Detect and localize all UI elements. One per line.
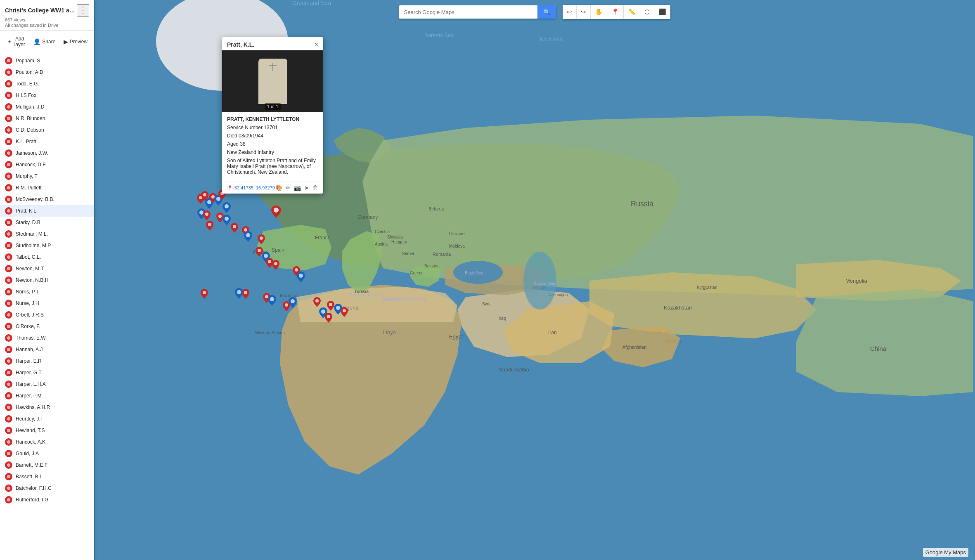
layer-item[interactable]: Studholme, M.P.: [0, 240, 94, 251]
popup-actions: 🎨 ✏ 📷 ➤ 🗑: [275, 184, 318, 191]
layer-item[interactable]: Thomas, E.W: [0, 332, 94, 344]
select-tool-button[interactable]: ✋: [591, 5, 607, 19]
more-options-button[interactable]: ⋮: [77, 4, 89, 17]
layer-name: Stedman, M.L.: [16, 231, 48, 237]
add-layer-button[interactable]: ＋ Add layer: [3, 34, 28, 50]
layer-name: Hewland, T.S: [16, 428, 45, 433]
popup-delete-button[interactable]: 🗑: [312, 184, 318, 191]
marker-12[interactable]: [206, 221, 214, 231]
layer-item[interactable]: McSweeney, B.B.: [0, 194, 94, 205]
layer-item[interactable]: Jameson, J.W.: [0, 147, 94, 159]
layer-item[interactable]: Murphy, T: [0, 170, 94, 182]
layer-item[interactable]: Orbell, J.R.S: [0, 309, 94, 321]
sidebar-title-row: Christ's College WW1 and WW2 S... ⋮: [5, 4, 89, 17]
svg-text:Iran: Iran: [548, 330, 557, 336]
layer-dot: [5, 207, 12, 215]
popup-image: 1 of 1: [222, 50, 323, 112]
measure-button[interactable]: ⬛: [654, 5, 670, 19]
layer-item[interactable]: O'Rorke, F.: [0, 321, 94, 332]
marker-22[interactable]: [296, 272, 305, 282]
marker-33[interactable]: [313, 297, 321, 307]
svg-text:Hungary: Hungary: [391, 240, 407, 244]
layer-item[interactable]: Nurse, J.H: [0, 298, 94, 309]
svg-point-68: [264, 254, 268, 258]
popup-photo-button[interactable]: 📷: [294, 184, 301, 191]
popup-directions-button[interactable]: ➤: [304, 184, 309, 191]
layer-item[interactable]: H.I.S Fox: [0, 90, 94, 101]
layer-item[interactable]: Newton, M.T: [0, 263, 94, 274]
layer-dot: [5, 276, 12, 284]
popup-close-button[interactable]: ×: [315, 41, 318, 48]
svg-text:Austria: Austria: [375, 242, 388, 246]
layer-item[interactable]: Hancock, A.K: [0, 436, 94, 448]
layer-item[interactable]: Popham, S: [0, 55, 94, 66]
svg-text:Iraq: Iraq: [499, 316, 506, 321]
undo-button[interactable]: ↩: [563, 5, 577, 19]
layer-item[interactable]: Pratt, K.L.: [0, 205, 94, 217]
layer-item[interactable]: Hawkins, A.H.R: [0, 402, 94, 413]
layer-item[interactable]: Mulligan, J.D: [0, 101, 94, 113]
map-background[interactable]: Greenland Sea Barents Sea Kara Sea Icela…: [94, 0, 975, 560]
marker-20[interactable]: [272, 260, 280, 270]
layer-item[interactable]: Batchelor, F.H.C: [0, 482, 94, 494]
layer-item[interactable]: Newton, N.B.H: [0, 274, 94, 286]
search-button[interactable]: 🔍: [537, 5, 556, 19]
layer-item[interactable]: Harper, E.R: [0, 355, 94, 367]
active-marker[interactable]: [271, 206, 282, 218]
layer-item[interactable]: N.R. Blunden: [0, 113, 94, 124]
layer-dot: [5, 438, 12, 446]
layer-item[interactable]: Harper, P.M: [0, 390, 94, 402]
share-button[interactable]: 👤 Share: [30, 36, 59, 47]
layer-name: Orbell, J.R.S: [16, 312, 44, 318]
draw-line-button[interactable]: 📏: [624, 5, 640, 19]
layer-item[interactable]: R.M. Puflett: [0, 182, 94, 194]
layer-item[interactable]: C.D. Dobson: [0, 124, 94, 136]
popup-died: Died 08/09/1944: [227, 133, 318, 139]
layer-item[interactable]: Poulton, A.D: [0, 66, 94, 78]
layer-item[interactable]: Hewland, T.S: [0, 425, 94, 436]
layer-item[interactable]: Bassett, B.I: [0, 471, 94, 482]
layer-item[interactable]: Barnett, M.E.F: [0, 459, 94, 471]
draw-shape-button[interactable]: ⬡: [640, 5, 654, 19]
layer-item[interactable]: Harper, L.H.A: [0, 378, 94, 390]
marker-32[interactable]: [340, 307, 348, 317]
layer-item[interactable]: Heurtley, J.T: [0, 413, 94, 425]
marker-23[interactable]: [200, 289, 208, 299]
marker-29[interactable]: [288, 297, 297, 308]
layer-dot: [5, 380, 12, 388]
layer-item[interactable]: Rutherford, I.G: [0, 494, 94, 506]
layer-item[interactable]: K.L. Pratt: [0, 136, 94, 147]
svg-point-70: [274, 262, 277, 265]
marker-7[interactable]: [222, 202, 231, 213]
marker-15[interactable]: [244, 231, 253, 242]
layer-item[interactable]: Stedman, M.L.: [0, 228, 94, 240]
layer-item[interactable]: Norris, P.T: [0, 286, 94, 298]
layer-item[interactable]: Hannah, A.J: [0, 344, 94, 355]
layer-item[interactable]: Starky, D.B.: [0, 217, 94, 228]
layer-item[interactable]: Todd, E.G.: [0, 78, 94, 90]
layer-dot: [5, 311, 12, 319]
share-label: Share: [42, 39, 55, 45]
popup-edit-button[interactable]: ✏: [286, 184, 291, 191]
marker-35[interactable]: [324, 313, 333, 323]
marker-11[interactable]: [222, 215, 231, 225]
marker-27[interactable]: [267, 295, 277, 306]
marker-13[interactable]: [230, 223, 239, 233]
layer-item[interactable]: Hancock, D.F.: [0, 159, 94, 170]
add-marker-button[interactable]: 📍: [607, 5, 624, 19]
svg-point-78: [285, 303, 288, 307]
layer-name: Popham, S: [16, 58, 40, 64]
svg-point-62: [208, 223, 211, 226]
layer-item[interactable]: Talbot, G.L.: [0, 251, 94, 263]
layer-item[interactable]: Gould, J.A: [0, 448, 94, 459]
marker-25[interactable]: [241, 289, 250, 299]
layer-name: Jameson, J.W.: [16, 150, 48, 156]
popup-style-button[interactable]: 🎨: [275, 184, 282, 191]
marker-16[interactable]: [257, 234, 265, 244]
marker-9[interactable]: [203, 210, 211, 220]
search-input[interactable]: [399, 6, 537, 19]
popup-bio: Son of Alfred Lyttleton Pratt and of Emi…: [227, 158, 318, 175]
layer-item[interactable]: Harper, G.T: [0, 367, 94, 378]
preview-button[interactable]: ▶ Preview: [60, 36, 91, 47]
redo-button[interactable]: ↪: [577, 5, 591, 19]
